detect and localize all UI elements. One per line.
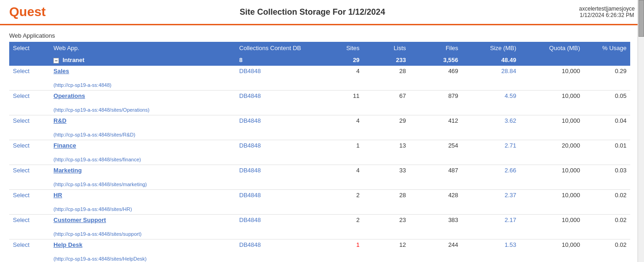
site-url: (http://cp-sp19-a-ss:4848) bbox=[53, 82, 111, 88]
select-link[interactable]: Select bbox=[13, 68, 29, 74]
sites-cell: 4 bbox=[322, 66, 363, 91]
site-url: (http://cp-sp19-a-ss:4848/sites/R&D) bbox=[53, 132, 135, 137]
table-row: SelectFinance(http://cp-sp19-a-ss:4848/s… bbox=[9, 140, 630, 165]
size-cell: 2.71 bbox=[462, 140, 520, 165]
intranet-lists: 233 bbox=[363, 54, 410, 66]
site-name-link[interactable]: Sales bbox=[53, 68, 232, 74]
files-cell: 469 bbox=[410, 66, 462, 91]
section-label: Web Applications bbox=[9, 32, 630, 39]
quota-cell: 10,000 bbox=[520, 239, 584, 262]
select-link[interactable]: Select bbox=[13, 92, 29, 99]
db-cell: DB4848 bbox=[236, 215, 322, 239]
db-link[interactable]: DB4848 bbox=[239, 192, 261, 199]
col-sites: Sites bbox=[322, 42, 363, 54]
lists-cell: 29 bbox=[363, 115, 410, 140]
quota-cell: 10,000 bbox=[520, 190, 584, 215]
files-cell: 383 bbox=[410, 215, 462, 239]
scrollbar[interactable] bbox=[638, 0, 644, 262]
site-name-link[interactable]: Operations bbox=[53, 92, 232, 99]
select-link[interactable]: Select bbox=[13, 117, 29, 124]
sites-cell: 4 bbox=[322, 115, 363, 140]
db-cell: DB4848 bbox=[236, 66, 322, 91]
site-name-link[interactable]: Customer Support bbox=[53, 216, 232, 223]
table-row: SelectR&D(http://cp-sp19-a-ss:4848/sites… bbox=[9, 115, 630, 140]
usage-cell: 0.04 bbox=[584, 115, 630, 140]
intranet-label: − Intranet bbox=[50, 54, 236, 66]
select-link[interactable]: Select bbox=[13, 241, 29, 248]
lists-cell: 67 bbox=[363, 91, 410, 115]
size-link[interactable]: 3.62 bbox=[505, 117, 516, 124]
quota-cell: 10,000 bbox=[520, 91, 584, 115]
table-row: SelectCustomer Support(http://cp-sp19-a-… bbox=[9, 215, 630, 239]
intranet-select-cell bbox=[9, 54, 50, 66]
logo: Quest bbox=[9, 5, 46, 19]
usage-cell: 0.03 bbox=[584, 165, 630, 190]
size-link[interactable]: 28.84 bbox=[501, 68, 517, 74]
storage-table: Select Web App. Collections Content DB S… bbox=[9, 42, 630, 262]
table-row: SelectOperations(http://cp-sp19-a-ss:484… bbox=[9, 91, 630, 115]
lists-cell: 13 bbox=[363, 140, 410, 165]
site-name-link[interactable]: Marketing bbox=[53, 167, 232, 174]
col-collections: Collections Content DB bbox=[236, 42, 322, 54]
header: Quest Site Collection Storage For 1/12/2… bbox=[0, 0, 644, 25]
webapp-cell: R&D(http://cp-sp19-a-ss:4848/sites/R&D) bbox=[50, 115, 236, 140]
site-name-link[interactable]: Finance bbox=[53, 142, 232, 149]
intranet-files: 3,556 bbox=[410, 54, 462, 66]
size-cell: 2.66 bbox=[462, 165, 520, 190]
lists-cell: 12 bbox=[363, 239, 410, 262]
size-link[interactable]: 2.37 bbox=[505, 192, 516, 199]
intranet-usage bbox=[584, 54, 630, 66]
select-cell: Select bbox=[9, 140, 50, 165]
db-link[interactable]: DB4848 bbox=[239, 167, 261, 174]
db-link[interactable]: DB4848 bbox=[239, 241, 261, 248]
table-header: Select Web App. Collections Content DB S… bbox=[9, 42, 630, 54]
sites-cell: 1 bbox=[322, 239, 363, 262]
files-cell: 428 bbox=[410, 190, 462, 215]
site-name-link[interactable]: HR bbox=[53, 192, 232, 199]
select-link[interactable]: Select bbox=[13, 142, 29, 149]
sites-cell: 4 bbox=[322, 165, 363, 190]
usage-cell: 0.02 bbox=[584, 239, 630, 262]
db-link[interactable]: DB4848 bbox=[239, 216, 261, 223]
usage-cell: 0.01 bbox=[584, 140, 630, 165]
files-cell: 412 bbox=[410, 115, 462, 140]
sites-cell: 2 bbox=[322, 215, 363, 239]
db-link[interactable]: DB4848 bbox=[239, 142, 261, 149]
site-name-link[interactable]: Help Desk bbox=[53, 241, 232, 248]
select-link[interactable]: Select bbox=[13, 192, 29, 199]
quota-cell: 10,000 bbox=[520, 215, 584, 239]
quota-cell: 10,000 bbox=[520, 115, 584, 140]
col-select: Select bbox=[9, 42, 50, 54]
col-lists: Lists bbox=[363, 42, 410, 54]
quota-cell: 20,000 bbox=[520, 140, 584, 165]
collapse-icon[interactable]: − bbox=[53, 58, 59, 63]
size-link[interactable]: 2.66 bbox=[505, 167, 516, 174]
lists-cell: 28 bbox=[363, 66, 410, 91]
select-cell: Select bbox=[9, 115, 50, 140]
col-usage: % Usage bbox=[584, 42, 630, 54]
size-link[interactable]: 4.59 bbox=[505, 92, 516, 99]
site-url: (http://cp-sp19-a-ss:4848/sites/support) bbox=[53, 231, 141, 237]
main-content: Web Applications Select Web App. Collect… bbox=[0, 25, 644, 262]
intranet-group-row: − Intranet 8 29 233 3,556 48.49 bbox=[9, 54, 630, 66]
select-cell: Select bbox=[9, 190, 50, 215]
db-cell: DB4848 bbox=[236, 239, 322, 262]
db-link[interactable]: DB4848 bbox=[239, 68, 261, 74]
user-info: axcelertest|jamesjoyce 1/12/2024 6:26:32… bbox=[579, 6, 635, 18]
select-link[interactable]: Select bbox=[13, 167, 29, 174]
size-link[interactable]: 2.71 bbox=[505, 142, 516, 149]
db-link[interactable]: DB4848 bbox=[239, 117, 261, 124]
scrollbar-thumb[interactable] bbox=[638, 0, 644, 37]
size-cell: 2.37 bbox=[462, 190, 520, 215]
db-cell: DB4848 bbox=[236, 140, 322, 165]
select-link[interactable]: Select bbox=[13, 216, 29, 223]
size-link[interactable]: 2.17 bbox=[505, 216, 516, 223]
size-link[interactable]: 1.53 bbox=[505, 241, 516, 248]
site-name-link[interactable]: R&D bbox=[53, 117, 232, 124]
intranet-collections: 8 bbox=[236, 54, 322, 66]
db-link[interactable]: DB4848 bbox=[239, 92, 261, 99]
site-url: (http://cp-sp19-a-ss:4848/sites/finance) bbox=[53, 157, 141, 162]
intranet-size: 48.49 bbox=[462, 54, 520, 66]
webapp-cell: Finance(http://cp-sp19-a-ss:4848/sites/f… bbox=[50, 140, 236, 165]
usage-cell: 0.02 bbox=[584, 190, 630, 215]
